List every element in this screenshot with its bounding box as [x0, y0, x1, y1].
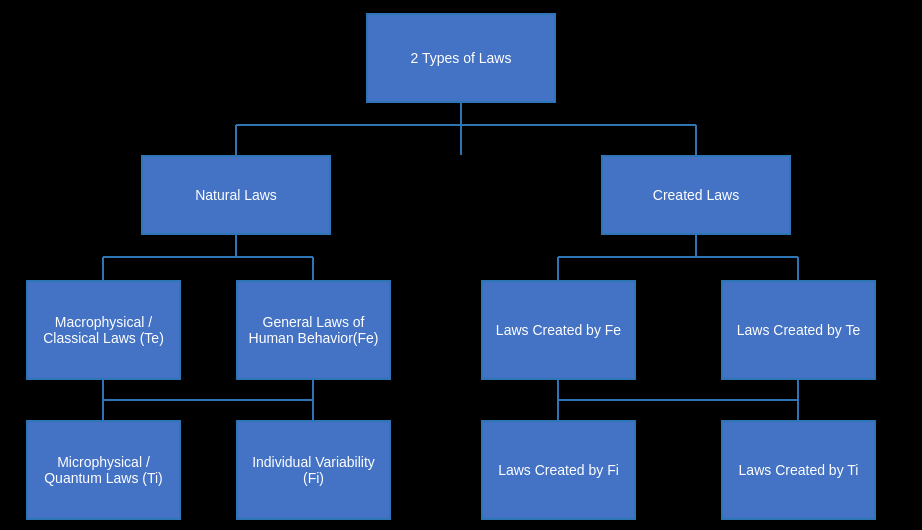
node-ti-label: Laws Created by Ti — [739, 462, 859, 478]
node-te-label: Laws Created by Te — [737, 322, 860, 338]
node-natural-label: Natural Laws — [195, 187, 277, 203]
node-te: Laws Created by Te — [721, 280, 876, 380]
node-macro-label: Macrophysical / Classical Laws (Te) — [34, 314, 173, 346]
node-micro: Microphysical / Quantum Laws (Ti) — [26, 420, 181, 520]
node-root: 2 Types of Laws — [366, 13, 556, 103]
node-fi: Laws Created by Fi — [481, 420, 636, 520]
node-indiv-label: Individual Variability (Fi) — [244, 454, 383, 486]
diagram: 2 Types of Laws Natural Laws Created Law… — [11, 5, 911, 525]
node-fe-label: Laws Created by Fe — [496, 322, 621, 338]
node-indiv: Individual Variability (Fi) — [236, 420, 391, 520]
node-natural: Natural Laws — [141, 155, 331, 235]
node-root-label: 2 Types of Laws — [411, 50, 512, 66]
node-macro: Macrophysical / Classical Laws (Te) — [26, 280, 181, 380]
node-ti: Laws Created by Ti — [721, 420, 876, 520]
node-micro-label: Microphysical / Quantum Laws (Ti) — [34, 454, 173, 486]
node-created-label: Created Laws — [653, 187, 739, 203]
node-created: Created Laws — [601, 155, 791, 235]
node-general: General Laws of Human Behavior(Fe) — [236, 280, 391, 380]
node-general-label: General Laws of Human Behavior(Fe) — [244, 314, 383, 346]
node-fe: Laws Created by Fe — [481, 280, 636, 380]
node-fi-label: Laws Created by Fi — [498, 462, 619, 478]
